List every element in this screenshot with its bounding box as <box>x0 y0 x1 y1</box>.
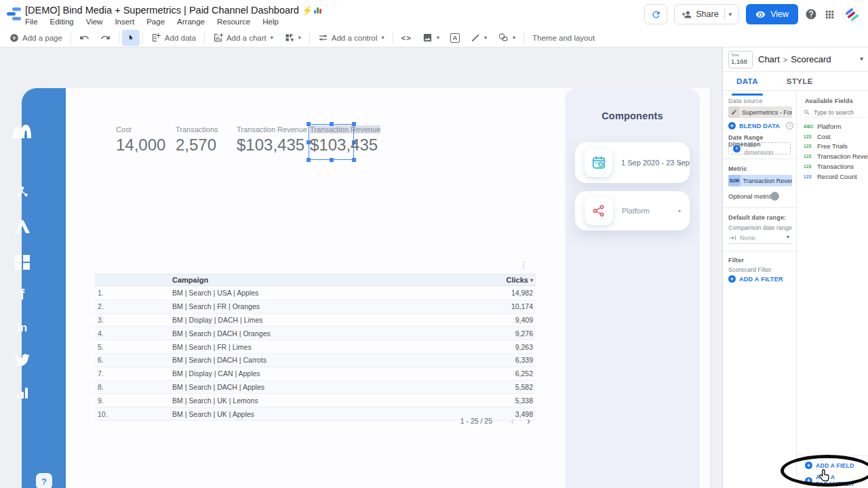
menu-file[interactable]: File <box>25 18 38 26</box>
add-page-button[interactable]: Add a page <box>4 30 68 46</box>
breadcrumb-name: Scorecard <box>791 54 831 64</box>
twitter-icon[interactable] <box>0 354 44 366</box>
theme-layout-button[interactable]: Theme and layout <box>527 30 600 46</box>
display-network-icon[interactable] <box>0 184 44 199</box>
share-dropdown-caret[interactable] <box>724 8 736 20</box>
add-parameter-button[interactable]: ADD A PARAMETER <box>805 474 868 487</box>
edit-pencil-icon[interactable] <box>728 106 739 118</box>
add-field-button[interactable]: ADD A FIELD <box>805 462 854 469</box>
facebook-icon[interactable]: f <box>0 286 44 304</box>
platform-filter-control[interactable]: Platform <box>575 191 690 230</box>
community-visualizations-button[interactable] <box>279 30 307 46</box>
tab-data[interactable]: DATA <box>736 72 758 90</box>
report-title[interactable]: [DEMO] Bind Media + Supermetrics | Paid … <box>25 5 323 16</box>
chart-type-chevron-icon[interactable] <box>860 55 863 62</box>
arrow-to-bar-icon <box>728 235 736 241</box>
blend-help-icon[interactable] <box>786 122 793 129</box>
account-avatar[interactable] <box>842 5 860 23</box>
date-range-control[interactable]: 1 Sep 2020 - 23 Sep <box>575 142 690 183</box>
embed-tool-button[interactable]: <> <box>396 30 417 46</box>
refresh-button[interactable] <box>644 4 667 24</box>
pagination-next-icon[interactable]: › <box>527 415 530 426</box>
help-icon[interactable] <box>805 8 817 20</box>
line-tool-button[interactable] <box>465 30 492 46</box>
row-index: 1. <box>98 289 104 297</box>
canvas-help-icon[interactable]: ? <box>36 473 52 488</box>
undo-button[interactable] <box>74 30 95 46</box>
tab-style[interactable]: STYLE <box>787 72 813 90</box>
add-chart-button[interactable]: Add a chart <box>208 30 279 46</box>
row-clicks: 9,263 <box>515 343 533 351</box>
analytics-icon[interactable] <box>0 386 44 399</box>
scorecard-cost[interactable]: Cost 14,000 <box>116 125 165 155</box>
field-transaction-revenue[interactable]: 123Transaction Revenue <box>804 152 868 160</box>
field-cost[interactable]: 123Cost <box>804 133 831 140</box>
search-icon <box>804 109 810 116</box>
field-transactions[interactable]: 123Transactions <box>804 163 854 170</box>
resize-handle[interactable] <box>307 158 311 162</box>
chart-breadcrumb[interactable]: Chart>Scorecard <box>758 54 831 64</box>
add-page-label: Add a page <box>22 34 62 42</box>
scorecard-transactions[interactable]: Transactions 2,570 <box>176 125 218 155</box>
calendar-icon <box>585 148 612 177</box>
menu-help[interactable]: Help <box>262 18 279 26</box>
looker-studio-logo-icon[interactable] <box>7 7 23 20</box>
supermetrics-icon[interactable] <box>0 122 44 140</box>
resize-handle[interactable] <box>352 158 356 162</box>
scorecard-label: Transaction Revenue <box>310 125 380 134</box>
menu-page[interactable]: Page <box>146 18 165 26</box>
scorecard-transaction-revenue[interactable]: Transaction Revenue $103,435 <box>237 125 307 155</box>
view-button[interactable]: View <box>746 4 798 24</box>
scorecard-transaction-revenue-selected[interactable]: Transaction Revenue $103,435 <box>310 125 380 155</box>
field-search[interactable] <box>804 107 866 118</box>
field-free-trials[interactable]: 123Free Trials <box>804 142 848 150</box>
table-row: 1.BM | Search | USA | Apples14,982 <box>95 287 536 300</box>
menu-insert[interactable]: Insert <box>115 18 134 26</box>
field-platform[interactable]: ABCPlatform <box>804 123 841 130</box>
shape-tool-button[interactable] <box>492 30 521 46</box>
pagination-prev-icon[interactable]: ‹ <box>511 415 514 426</box>
add-chart-icon <box>213 33 223 43</box>
image-tool-button[interactable] <box>417 30 445 46</box>
table-menu-icon[interactable] <box>519 260 528 270</box>
redo-button[interactable] <box>95 30 116 46</box>
share-button[interactable]: Share <box>674 4 739 24</box>
menu-arrange[interactable]: Arrange <box>177 18 205 26</box>
data-source-name: Supermetrics - For... <box>739 109 792 116</box>
google-ads-icon[interactable] <box>0 218 44 235</box>
column-clicks[interactable]: Clicks <box>507 276 533 284</box>
linkedin-icon[interactable]: in <box>0 321 44 335</box>
microsoft-icon[interactable] <box>0 255 44 270</box>
menu-view[interactable]: View <box>86 18 103 26</box>
row-index: 5. <box>98 343 104 351</box>
data-source-chip[interactable]: Supermetrics - For... <box>728 106 792 118</box>
add-data-button[interactable]: Add data <box>146 30 201 46</box>
add-control-button[interactable]: Add a control <box>313 30 390 46</box>
add-filter-button[interactable]: ADD A FILTER <box>728 275 783 283</box>
metric-chip[interactable]: SUM Transaction Reven... <box>728 175 792 186</box>
scorecard-value: 2,570 <box>176 136 218 155</box>
zap-icon: ⚡ <box>302 5 313 16</box>
components-panel: Components 1 Sep 2020 - 23 Sep Platform <box>565 88 700 488</box>
add-dimension-button[interactable]: Add dimension <box>728 142 791 155</box>
comparison-date-range-select[interactable]: None <box>728 232 791 244</box>
table-row: 4.BM | Search | DACH | Oranges9,276 <box>95 327 536 340</box>
text-tool-button[interactable]: A <box>445 30 465 46</box>
column-campaign[interactable]: Campaign <box>172 276 208 284</box>
field-search-input[interactable] <box>814 109 865 116</box>
app-header: [DEMO] Bind Media + Supermetrics | Paid … <box>0 0 868 28</box>
metric-aggregation[interactable]: SUM <box>728 175 741 186</box>
table-row: 8.BM | Search | DACH | Apples5,582 <box>95 381 536 394</box>
apps-grid-icon[interactable] <box>824 9 835 20</box>
add-control-caret <box>382 35 384 41</box>
plus-icon <box>805 462 812 469</box>
select-tool-button[interactable] <box>122 30 140 46</box>
field-record-count[interactable]: 123Record Count <box>804 173 857 180</box>
menu-editing[interactable]: Editing <box>50 18 74 26</box>
sort-caret-icon <box>530 277 533 283</box>
resize-handle[interactable] <box>330 158 334 162</box>
menu-bar: File Editing View Insert Page Arrange Re… <box>25 18 279 26</box>
menu-resource[interactable]: Resource <box>217 18 250 26</box>
blend-data-button[interactable]: BLEND DATA <box>728 122 780 129</box>
thumb-value: 1,168 <box>731 58 747 65</box>
